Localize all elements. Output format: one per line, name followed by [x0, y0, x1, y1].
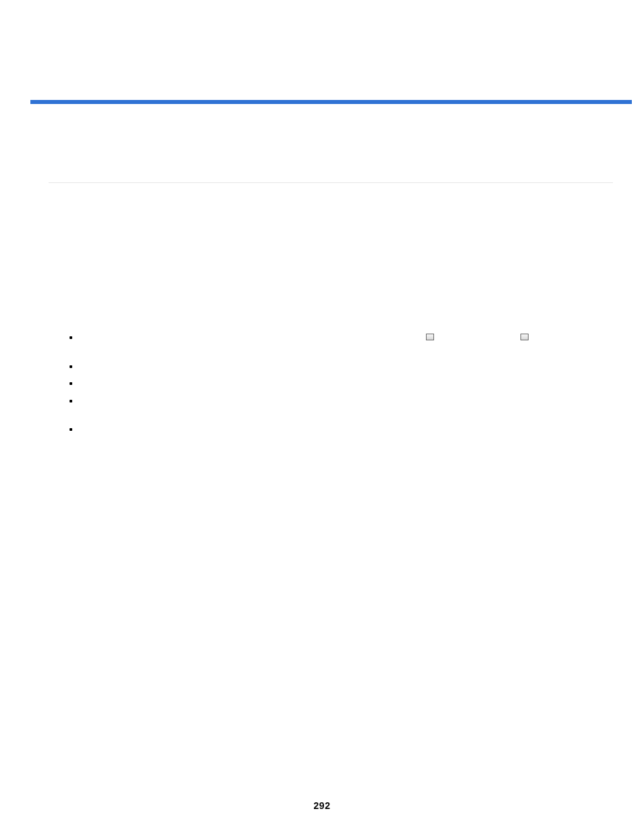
bullet-marker [70, 336, 72, 339]
document-icon [426, 334, 434, 340]
horizontal-rule [30, 100, 632, 104]
document-page: 292 [0, 0, 644, 834]
bullet-marker [70, 428, 72, 431]
bullet-marker [70, 382, 72, 385]
bullet-marker [70, 365, 72, 368]
section-divider [49, 182, 613, 183]
page-number: 292 [0, 800, 644, 811]
bullet-marker [70, 400, 72, 402]
folder-icon [520, 334, 529, 340]
